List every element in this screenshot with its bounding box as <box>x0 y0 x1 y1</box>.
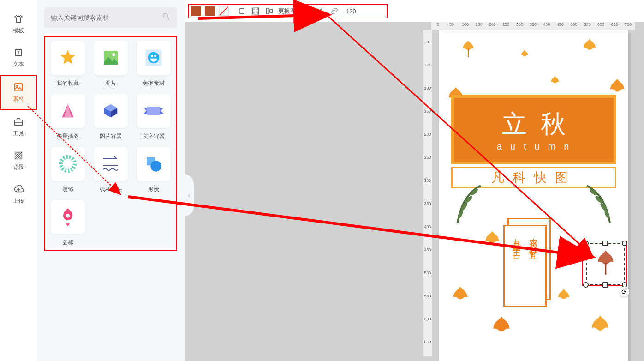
nav-upload[interactable]: 上传 <box>0 178 37 211</box>
leaf-icon <box>584 313 616 345</box>
asset-img-container[interactable]: 图片容器 <box>92 94 129 140</box>
leaf-icon <box>578 37 602 61</box>
svg-point-11 <box>154 55 156 57</box>
asset-lines[interactable]: 线和箭头 <box>92 147 129 193</box>
svg-point-5 <box>163 13 167 18</box>
asset-panel: 我的收藏 图片 免抠素材 矢量插图 图片容器 文字容器 装饰 线和箭头 <box>37 0 185 361</box>
svg-point-7 <box>112 53 115 56</box>
asset-icons[interactable]: 图标 <box>49 200 86 247</box>
svg-point-2 <box>17 85 18 87</box>
asset-cutout-label: 免抠素材 <box>143 79 165 87</box>
nav-text[interactable]: 文本 <box>0 41 37 75</box>
crop-icon[interactable] <box>237 6 247 16</box>
maple-leaf-icon <box>590 248 621 278</box>
search-bar <box>44 7 177 28</box>
design-canvas[interactable]: 立秋 autumn 凡科快图 九月二十三日 农历八月廿五 <box>439 30 628 361</box>
svg-rect-12 <box>147 107 160 115</box>
nav-background[interactable]: 背景 <box>0 144 37 178</box>
search-icon[interactable] <box>161 12 171 23</box>
poster-title: 立秋 <box>502 108 579 141</box>
resize-handle-s[interactable] <box>602 282 608 288</box>
svg-point-16 <box>66 214 70 218</box>
color-swatch-1[interactable] <box>191 6 201 16</box>
nav-template[interactable]: 模板 <box>0 7 37 41</box>
selection-frame: ⟳ <box>582 241 627 286</box>
material-icon <box>13 82 24 92</box>
search-input[interactable] <box>51 14 161 21</box>
nav-material[interactable]: 素材 <box>0 75 37 110</box>
garland-left-icon <box>439 181 485 227</box>
asset-lines-label: 线和箭头 <box>100 186 122 193</box>
asset-vector[interactable]: 矢量插图 <box>49 94 86 140</box>
svg-rect-19 <box>239 9 244 14</box>
nav-material-label: 素材 <box>13 95 24 103</box>
asset-favorites-label: 我的收藏 <box>57 79 79 87</box>
nav-tools-label: 工具 <box>13 130 24 138</box>
leaf-icon <box>547 75 563 90</box>
resize-handle-n[interactable] <box>602 241 608 246</box>
asset-image-label: 图片 <box>105 79 116 87</box>
leaf-icon <box>518 49 531 63</box>
background-icon <box>13 150 24 161</box>
nav-upload-label: 上传 <box>13 197 24 205</box>
svg-rect-21 <box>266 8 269 14</box>
asset-decor[interactable]: 装饰 <box>49 147 86 193</box>
resize-handle-sw[interactable] <box>583 282 589 288</box>
svg-point-15 <box>151 161 161 171</box>
date-right: 农历八月廿五 <box>528 232 539 300</box>
toolbox-icon <box>13 117 24 127</box>
leaf-icon <box>458 39 479 60</box>
leaf-icon <box>447 284 474 312</box>
resize-handle-nw[interactable] <box>583 241 589 246</box>
resize-handle-ne[interactable] <box>622 241 627 246</box>
text-icon <box>13 48 24 58</box>
poster-hero[interactable]: 立秋 autumn <box>451 95 616 164</box>
asset-shapes-label: 形状 <box>148 186 159 193</box>
selected-element[interactable] <box>586 243 625 285</box>
nav-template-label: 模板 <box>13 27 24 35</box>
asset-icons-label: 图标 <box>62 239 73 247</box>
tshirt-icon <box>13 14 24 24</box>
ruler-vertical: 050100150200250300350400450500550600650 <box>423 30 432 356</box>
align-icon[interactable] <box>264 6 274 16</box>
height-value[interactable]: 130 <box>343 8 359 15</box>
svg-point-10 <box>151 55 153 57</box>
garland-right-icon <box>582 181 628 227</box>
svg-rect-1 <box>15 84 23 91</box>
asset-decor-label: 装饰 <box>62 186 73 193</box>
rotate-handle[interactable]: ⟳ <box>619 287 629 297</box>
link-icon[interactable] <box>329 6 340 16</box>
asset-text-container[interactable]: 文字容器 <box>135 94 173 140</box>
svg-rect-3 <box>15 120 23 125</box>
context-toolbar: 更换图片 120 130 <box>188 4 388 18</box>
nav-background-label: 背景 <box>13 163 24 171</box>
color-swatch-2[interactable] <box>205 6 215 16</box>
asset-image[interactable]: 图片 <box>92 41 129 87</box>
no-color-icon[interactable] <box>219 6 229 16</box>
asset-cutout[interactable]: 免抠素材 <box>135 41 173 87</box>
asset-text-container-label: 文字容器 <box>143 132 165 140</box>
leaf-icon <box>553 287 575 309</box>
asset-img-container-label: 图片容器 <box>100 132 122 140</box>
replace-image-button[interactable]: 更换图片 <box>278 7 302 15</box>
svg-rect-22 <box>270 10 273 12</box>
nav-text-label: 文本 <box>13 60 24 68</box>
width-value[interactable]: 120 <box>310 8 326 15</box>
leaf-icon <box>479 229 506 256</box>
panel-collapse-handle[interactable]: ‹ <box>185 174 194 216</box>
fit-icon[interactable] <box>250 6 261 16</box>
svg-point-13 <box>61 157 75 171</box>
nav-tools[interactable]: 工具 <box>0 110 37 144</box>
upload-icon <box>13 184 24 194</box>
asset-favorites[interactable]: 我的收藏 <box>49 41 86 87</box>
poster-subtitle: autumn <box>497 141 578 152</box>
asset-shapes[interactable]: 形状 <box>135 147 173 193</box>
date-left: 九月二十三日 <box>511 232 522 300</box>
leaf-icon <box>485 314 518 346</box>
ruler-horizontal: 0501001502002503003504004505005506006507… <box>431 22 635 30</box>
asset-vector-label: 矢量插图 <box>57 132 79 140</box>
poster-date-frame[interactable]: 九月二十三日 农历八月廿五 <box>507 218 551 300</box>
